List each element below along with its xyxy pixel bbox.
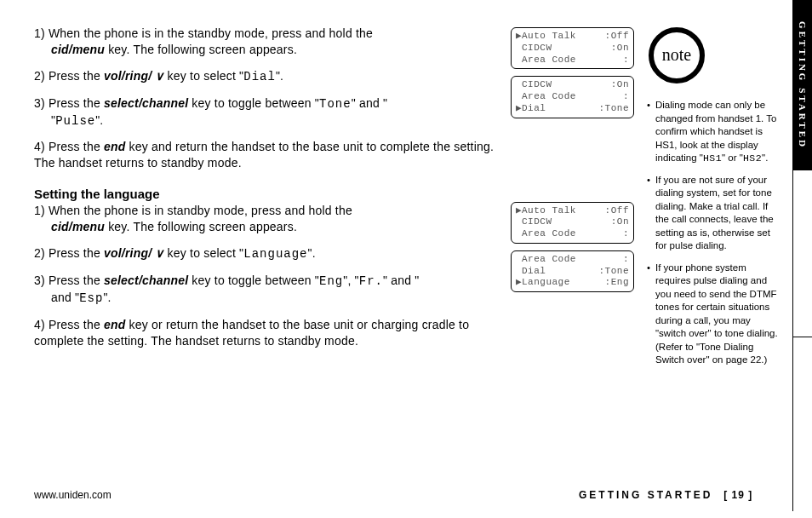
step-num: 4) [34, 140, 45, 153]
down-caret-icon: ∨ [155, 245, 163, 262]
step-num: 3) [34, 273, 45, 287]
lcd-text: Language [243, 247, 307, 261]
key-name: end [104, 318, 126, 331]
step-text: Press the [49, 140, 104, 153]
note-bullet: If your phone system requires pulse dial… [647, 262, 783, 367]
note-badge-icon: note [647, 26, 783, 85]
lcd-screen-4: Area Code : Dial :Tone▶Language :Eng [511, 250, 634, 292]
step-text: " and " [352, 96, 387, 110]
note-bullet: If you are not sure of your dialing syst… [647, 174, 783, 253]
note-column: note Dialing mode can only be changed fr… [647, 26, 783, 376]
step-text: key. The following screen appears. [105, 220, 297, 233]
lcd-text: HS2 [743, 153, 762, 164]
step-text: key to select " [164, 246, 244, 260]
step-num: 3) [34, 96, 45, 110]
step-text: When the phone is in the standby mode, p… [49, 26, 373, 40]
step-num: 4) [34, 318, 45, 331]
step-text: " and " [383, 273, 419, 287]
lcd-screenshots: ▶Auto Talk :Off CIDCW :On Area Code : CI… [511, 27, 638, 299]
step-3: 3) Press the select/channel key to toggl… [34, 95, 511, 130]
step-text: ", " [343, 273, 359, 287]
step-1: 1) When the phone is in the standby mode… [34, 26, 511, 58]
main-content: 1) When the phone is in the standby mode… [34, 26, 511, 359]
step-text: key to toggle between " [188, 96, 319, 110]
lang-step-4: 4) Press the end key or return the hands… [34, 317, 511, 349]
step-text: ". [103, 291, 111, 304]
heading-setting-language: Setting the language [34, 187, 511, 201]
key-name: select/channel [104, 273, 188, 287]
step-2: 2) Press the vol/ring/ ∨ key to select "… [34, 68, 511, 85]
section-tab: GETTING STARTED [793, 0, 812, 170]
step-text: Press the [49, 69, 104, 83]
section-tab-label: GETTING STARTED [798, 21, 808, 149]
lcd-screen-2: CIDCW :On Area Code :▶Dial :Tone [511, 76, 634, 118]
lang-step-3: 3) Press the select/channel key to toggl… [34, 273, 511, 307]
note-bullets: Dialing mode can only be changed from ha… [647, 99, 783, 367]
lcd-screen-1: ▶Auto Talk :Off CIDCW :On Area Code : [511, 27, 634, 69]
note-bullet: Dialing mode can only be changed from ha… [647, 99, 783, 165]
step-4: 4) Press the end key and return the hand… [34, 139, 511, 171]
step-num: 2) [34, 246, 45, 260]
lcd-text: Fr. [359, 274, 383, 288]
step-num: 2) [34, 69, 45, 83]
step-text: When the phone is in standby mode, press… [49, 204, 352, 217]
step-num: 1) [34, 26, 45, 40]
key-name: vol/ring/ [104, 69, 155, 83]
step-text: key to toggle between " [188, 273, 319, 287]
step-text: Press the [49, 273, 104, 287]
lcd-text: Eng [319, 274, 343, 288]
down-caret-icon: ∨ [155, 68, 163, 84]
rule-tick [793, 337, 812, 337]
lcd-text: HS1 [703, 153, 722, 164]
step-text: key. The following screen appears. [105, 43, 297, 56]
key-name: cid/menu [51, 220, 105, 233]
step-text: Press the [49, 318, 104, 331]
lcd-text: Esp [79, 291, 103, 305]
step-text: key to select " [164, 69, 244, 83]
right-rule [792, 0, 793, 511]
footer-section: GETTING STARTED [ 19 ] [579, 489, 752, 501]
step-text: ". [276, 69, 283, 83]
svg-text:note: note [662, 45, 692, 64]
lang-step-1: 1) When the phone is in standby mode, pr… [34, 203, 511, 235]
key-name: end [104, 140, 126, 153]
key-name: cid/menu [51, 43, 105, 56]
lang-step-2: 2) Press the vol/ring/ ∨ key to select "… [34, 245, 511, 262]
lcd-screen-3: ▶Auto Talk :Off CIDCW :On Area Code : [511, 202, 634, 244]
key-name: select/channel [104, 96, 188, 110]
lcd-text: Dial [243, 70, 276, 83]
step-num: 1) [34, 204, 45, 217]
lcd-text: Pulse [55, 114, 95, 128]
key-name: vol/ring/ [104, 246, 155, 260]
step-text: ". [95, 113, 103, 127]
page-number: [ 19 ] [723, 489, 752, 501]
footer-url: www.uniden.com [34, 489, 112, 501]
step-text: Press the [49, 246, 104, 260]
step-text: Press the [49, 96, 104, 110]
lcd-text: Tone [319, 97, 352, 111]
step-text: ". [308, 246, 316, 260]
